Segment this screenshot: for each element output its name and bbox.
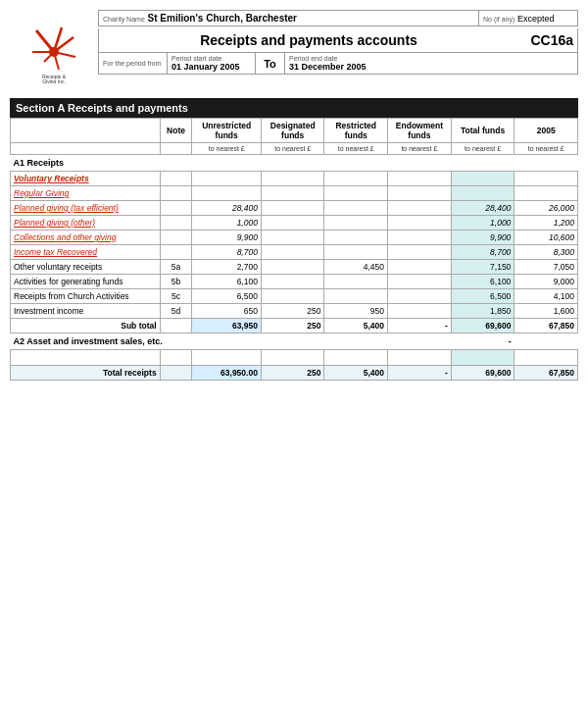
endowment-sub: to nearest £ xyxy=(388,143,452,155)
charity-name-value: St Emilion's Church, Barchester xyxy=(148,13,297,24)
total-prev: 67,850 xyxy=(514,366,578,381)
designated-sub: to nearest £ xyxy=(261,143,324,155)
total-total: 69,600 xyxy=(451,366,514,381)
title-row: Receipts and payments accounts CC16a xyxy=(98,28,578,53)
no-value: Excepted xyxy=(517,14,555,24)
subtotal-total: 69,600 xyxy=(451,319,514,333)
col-note-header: Note xyxy=(160,119,192,143)
no-label: No (if any) xyxy=(483,16,514,23)
voluntary-receipts-label: Voluntary Receipts xyxy=(11,172,161,186)
regular-giving-row: Regular Giving xyxy=(11,186,578,201)
svg-point-7 xyxy=(49,47,59,57)
period-row: For the period from Period start date 01… xyxy=(98,53,578,75)
col-designated-header: Designated funds xyxy=(261,119,324,143)
total-receipts-label: Total receipts xyxy=(11,366,161,381)
subtotal-endowment: - xyxy=(388,319,452,333)
period-end-label: Period end date xyxy=(289,55,573,62)
period-from-label: For the period from xyxy=(103,60,163,67)
charity-name-cell: Charity Name St Emilion's Church, Barche… xyxy=(99,11,479,26)
total-unrestricted: 63,950.00 xyxy=(192,366,261,381)
subtotal-row: Sub total 63,950 250 5,400 - 69,600 67,8… xyxy=(11,319,578,333)
charity-name-box: Charity Name St Emilion's Church, Barche… xyxy=(98,10,578,26)
table-row: Receipts from Church Activities 5c 6,500… xyxy=(11,289,578,304)
total-designated: 250 xyxy=(261,366,324,381)
accounts-table: Note Unrestricted funds Designated funds… xyxy=(10,118,578,381)
table-row: Collections and other giving 9,900 9,900… xyxy=(11,230,578,245)
a1-label: A1 Receipts xyxy=(11,155,578,172)
top-section: Receipts & Giving Inc. Charity Name St E… xyxy=(10,10,578,88)
unrestricted-sub: to nearest £ xyxy=(192,143,261,155)
col-unrestricted-header: Unrestricted funds xyxy=(192,119,261,143)
charity-name-label: Charity Name xyxy=(103,16,145,23)
section-a-title: Section A Receipts and payments xyxy=(16,102,188,114)
col-desc-header xyxy=(11,119,161,143)
period-to-label: To xyxy=(264,58,276,70)
logo-area: Receipts & Giving Inc. xyxy=(10,10,98,88)
col-total-header: Total funds xyxy=(451,119,514,143)
subtotal-prev: 67,850 xyxy=(514,319,578,333)
a2-label-row: A2 Asset and investment sales, etc. - xyxy=(11,333,578,350)
period-start-value: 01 January 2005 xyxy=(172,62,251,72)
total-receipts-row: Total receipts 63,950.00 250 5,400 - 69,… xyxy=(11,366,578,381)
period-from-cell: For the period from xyxy=(99,53,168,74)
header-right: Charity Name St Emilion's Church, Barche… xyxy=(98,10,578,75)
col-endowment-header: Endowment funds xyxy=(388,119,452,143)
table-row: Planned giving (tax efficient) 28,400 28… xyxy=(11,201,578,216)
column-subheader-row: to nearest £ to nearest £ to nearest £ t… xyxy=(11,143,578,155)
period-start-label: Period start date xyxy=(172,55,251,62)
col-prev-header: 2005 xyxy=(514,119,578,143)
charity-logo: Receipts & Giving Inc. xyxy=(20,15,88,83)
voluntary-receipts-row: Voluntary Receipts xyxy=(11,172,578,186)
prev-sub: to nearest £ xyxy=(514,143,578,155)
a1-label-row: A1 Receipts xyxy=(11,155,578,172)
restricted-sub: to nearest £ xyxy=(324,143,388,155)
section-a-header: Section A Receipts and payments xyxy=(10,98,578,118)
subtotal-unrestricted: 63,950 xyxy=(192,319,261,333)
form-code: CC16a xyxy=(514,32,573,48)
subtotal-designated: 250 xyxy=(261,319,324,333)
svg-text:Giving Inc.: Giving Inc. xyxy=(42,78,66,83)
total-restricted: 5,400 xyxy=(324,366,388,381)
main-title: Receipts and payments accounts xyxy=(103,32,514,48)
a2-data-row xyxy=(11,350,578,366)
period-end-value: 31 December 2005 xyxy=(289,62,573,72)
period-to-cell: To xyxy=(256,53,285,74)
a2-label: A2 Asset and investment sales, etc. xyxy=(11,333,192,350)
subtotal-label: Sub total xyxy=(11,319,161,333)
table-row: Other voluntary receipts 5a 2,700 4,450 … xyxy=(11,260,578,275)
no-cell: No (if any) Excepted xyxy=(479,11,577,26)
regular-giving-label: Regular Giving xyxy=(11,186,161,201)
a2-total: - xyxy=(451,333,514,350)
table-row: Income tax Recovered 8,700 8,700 8,300 xyxy=(11,245,578,260)
table-row: Planned giving (other) 1,000 1,000 1,200 xyxy=(11,216,578,230)
col-restricted-header: Restricted funds xyxy=(324,119,388,143)
column-header-row: Note Unrestricted funds Designated funds… xyxy=(11,119,578,143)
total-endowment: - xyxy=(388,366,452,381)
table-row: Activities for generating funds 5b 6,100… xyxy=(11,275,578,289)
table-row: Investment income 5d 650 250 950 1,850 1… xyxy=(11,304,578,319)
period-end-cell: Period end date 31 December 2005 xyxy=(285,53,577,74)
subtotal-restricted: 5,400 xyxy=(324,319,388,333)
total-sub: to nearest £ xyxy=(451,143,514,155)
period-start-cell: Period start date 01 January 2005 xyxy=(168,53,256,74)
